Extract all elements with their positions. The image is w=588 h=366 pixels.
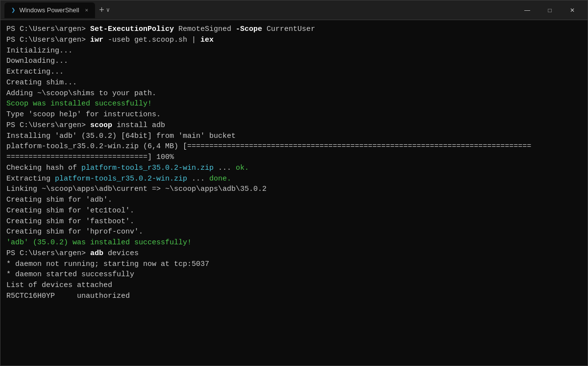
terminal-line: List of devices attached: [6, 280, 582, 291]
line-text: ...: [214, 164, 236, 172]
line-text: RemoteSigned: [174, 25, 236, 33]
terminal-line: Initializing...: [6, 46, 582, 56]
line-text: Creating shim for 'hprof-conv'.: [6, 228, 143, 236]
line-text: ...: [187, 175, 209, 183]
line-text: CurrentUser: [262, 25, 315, 33]
active-tab[interactable]: ❯ Windows PowerShell ✕: [4, 2, 95, 18]
line-text: Creating shim for 'etc1tool'.: [6, 207, 134, 215]
terminal-line: 'adb' (35.0.2) was installed successfull…: [6, 237, 582, 248]
line-text: Adding ~\scoop\shims to your path.: [6, 89, 156, 98]
titlebar: ❯ Windows PowerShell ✕ + ∨ — □ ✕: [0, 0, 588, 20]
prompt: PS C:\Users\argen>: [6, 249, 90, 258]
flag-text: -Scope: [236, 25, 262, 33]
terminal-line: Linking ~\scoop\apps\adb\current => ~\sc…: [6, 184, 582, 195]
tab-close-button[interactable]: ✕: [85, 7, 89, 13]
line-text: * daemon not running; starting now at tc…: [6, 260, 209, 268]
terminal-line: * daemon not running; starting now at tc…: [6, 259, 582, 270]
status-text: ok.: [236, 164, 249, 172]
progress-line-1: platform-tools_r35.0.2-win.zip (6,4 MB) …: [6, 141, 582, 152]
line-text: List of devices attached: [6, 281, 112, 289]
add-tab-button[interactable]: +: [99, 5, 104, 15]
terminal-line: Extracting...: [6, 67, 582, 78]
line-text: Type 'scoop help' for instructions.: [6, 110, 161, 119]
terminal-line: Creating shim...: [6, 78, 582, 88]
filename-text: platform-tools_r35.0.2-win.zip: [81, 164, 214, 172]
command-text: scoop: [90, 121, 112, 130]
terminal-line: * daemon started successfully: [6, 269, 582, 280]
window-controls: — □ ✕: [516, 2, 584, 18]
prompt: PS C:\Users\argen>: [6, 25, 90, 33]
terminal-line: PS C:\Users\argen> iwr -useb get.scoop.s…: [6, 35, 582, 46]
command-text: adb: [90, 249, 103, 258]
terminal-line: R5CTC16H0YP unauthorized: [6, 291, 582, 302]
terminal-line: Adding ~\scoop\shims to your path.: [6, 88, 582, 99]
line-text: Linking ~\scoop\apps\adb\current => ~\sc…: [6, 185, 267, 193]
line-text: install adb: [112, 121, 165, 130]
close-button[interactable]: ✕: [561, 2, 584, 18]
terminal-line: PS C:\Users\argen> adb devices: [6, 248, 582, 259]
terminal-line: Downloading...: [6, 56, 582, 67]
success-text: Scoop was installed successfully!: [6, 100, 152, 108]
line-text: Downloading...: [6, 57, 68, 65]
powershell-icon: ❯: [11, 6, 15, 14]
terminal-line: Extracting platform-tools_r35.0.2-win.zi…: [6, 174, 582, 184]
tab-dropdown-button[interactable]: ∨: [106, 6, 110, 14]
maximize-button[interactable]: □: [539, 2, 561, 18]
progress-line-2: ================================] 100%: [6, 152, 582, 163]
terminal-line: Installing 'adb' (35.0.2) [64bit] from '…: [6, 131, 582, 142]
minimize-button[interactable]: —: [516, 2, 539, 18]
terminal-line: Creating shim for 'adb'.: [6, 195, 582, 206]
terminal-line: PS C:\Users\argen> scoop install adb: [6, 120, 582, 131]
line-text: Creating shim for 'adb'.: [6, 196, 112, 204]
line-text: Creating shim...: [6, 78, 77, 87]
line-text: Installing 'adb' (35.0.2) [64bit] from '…: [6, 132, 236, 140]
progress-text: ================================] 100%: [6, 153, 174, 161]
terminal-line: Creating shim for 'hprof-conv'.: [6, 227, 582, 237]
terminal-body[interactable]: PS C:\Users\argen> Set-ExecutionPolicy R…: [0, 20, 588, 366]
tab-label: Windows PowerShell: [19, 6, 79, 14]
line-text: Checking hash of: [6, 164, 81, 172]
command-text: Set-ExecutionPolicy: [90, 25, 174, 33]
success-text: 'adb' (35.0.2) was installed successfull…: [6, 238, 192, 247]
line-text: devices: [103, 249, 139, 258]
progress-text: platform-tools_r35.0.2-win.zip (6,4 MB) …: [6, 142, 531, 151]
line-text: -useb get.scoop.sh |: [103, 36, 200, 44]
line-text: Extracting: [6, 175, 55, 183]
terminal-line: Type 'scoop help' for instructions.: [6, 109, 582, 120]
terminal-line: Checking hash of platform-tools_r35.0.2-…: [6, 163, 582, 174]
line-text: Creating shim for 'fastboot'.: [6, 217, 134, 226]
filename-text: platform-tools_r35.0.2-win.zip: [55, 175, 187, 183]
terminal-line: Scoop was installed successfully!: [6, 99, 582, 109]
command-text: iex: [200, 36, 214, 44]
line-text: * daemon started successfully: [6, 270, 134, 279]
status-text: done.: [209, 175, 231, 183]
line-text: R5CTC16H0YP unauthorized: [6, 292, 130, 300]
prompt: PS C:\Users\argen>: [6, 121, 90, 130]
terminal-line: Creating shim for 'etc1tool'.: [6, 206, 582, 216]
powershell-window: ❯ Windows PowerShell ✕ + ∨ — □ ✕ PS C:\U…: [0, 0, 588, 366]
prompt: PS C:\Users\argen>: [6, 36, 90, 44]
line-text: Extracting...: [6, 68, 64, 76]
command-text: iwr: [90, 36, 103, 44]
line-text: Initializing...: [6, 47, 73, 55]
terminal-line: PS C:\Users\argen> Set-ExecutionPolicy R…: [6, 24, 582, 35]
tab-area: ❯ Windows PowerShell ✕ + ∨: [4, 2, 516, 18]
terminal-line: Creating shim for 'fastboot'.: [6, 216, 582, 227]
